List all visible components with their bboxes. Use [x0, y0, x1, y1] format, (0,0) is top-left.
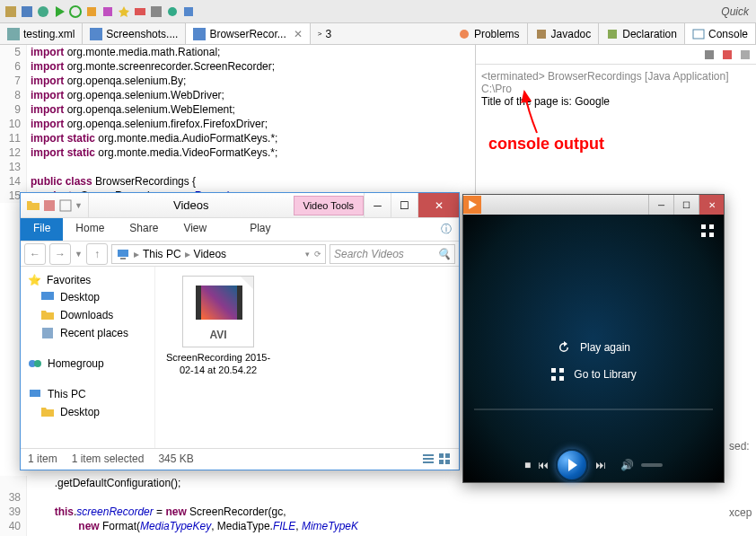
- svg-rect-42: [701, 224, 706, 229]
- toolbar-icon[interactable]: [165, 4, 180, 19]
- qat-icon[interactable]: [42, 198, 57, 213]
- avi-file-icon: AVI: [182, 276, 254, 347]
- nav-recent-dropdown[interactable]: ▼: [75, 250, 83, 259]
- go-to-library-button[interactable]: Go to Library: [550, 367, 636, 382]
- address-bar[interactable]: ▸ This PC ▸ Videos ▾ ⟳: [111, 244, 326, 264]
- toolbar-icon[interactable]: [149, 4, 163, 19]
- close-button[interactable]: ✕: [418, 193, 459, 217]
- minimize-button[interactable]: ─: [648, 195, 673, 215]
- play-button[interactable]: [556, 449, 588, 481]
- player-titlebar[interactable]: ─ ☐ ✕: [463, 195, 724, 215]
- toolbar-icon[interactable]: [117, 4, 131, 19]
- explorer-statusbar: 1 item 1 item selected 345 KB: [21, 448, 459, 468]
- pc-icon: [116, 247, 130, 261]
- ribbon-share[interactable]: Share: [117, 218, 171, 241]
- folder-icon: [40, 405, 55, 419]
- player-body: Play again Go to Library: [463, 215, 724, 448]
- search-placeholder: Search Videos: [334, 248, 404, 260]
- nav-downloads[interactable]: Downloads: [24, 306, 151, 324]
- ribbon-file[interactable]: File: [21, 218, 63, 241]
- folder-icon[interactable]: [26, 198, 40, 213]
- ribbon-home[interactable]: Home: [63, 218, 117, 241]
- toolbar-icon[interactable]: [4, 4, 18, 19]
- tab-screenshots[interactable]: Screenshots....: [83, 23, 186, 44]
- view-icons-icon[interactable]: [437, 452, 452, 466]
- console-toolbar-icon[interactable]: [702, 48, 716, 62]
- svg-rect-33: [423, 454, 434, 456]
- toolbar-icon[interactable]: [20, 4, 34, 19]
- tab-testing-xml[interactable]: testing.xml: [0, 23, 83, 44]
- svg-rect-10: [184, 7, 193, 16]
- svg-rect-28: [41, 292, 54, 300]
- progress-bar[interactable]: [474, 409, 713, 410]
- next-button[interactable]: ⏭: [595, 459, 606, 471]
- console-toolbar-icon[interactable]: [738, 48, 752, 62]
- toolbar-icon[interactable]: [101, 4, 115, 19]
- qat-icon[interactable]: [58, 198, 73, 213]
- toolbar-icon[interactable]: [84, 4, 99, 19]
- nav-up-button[interactable]: ↑: [86, 243, 108, 265]
- editor-tabs-right: Problems Javadoc Declaration Console: [451, 23, 756, 45]
- explorer-address-row: ← → ▼ ↑ ▸ This PC ▸ Videos ▾ ⟳ Search Vi…: [21, 242, 459, 267]
- tab-declaration[interactable]: Declaration: [599, 23, 685, 44]
- svg-rect-0: [5, 6, 16, 17]
- nav-desktop2[interactable]: Desktop: [24, 403, 151, 421]
- qat-dropdown[interactable]: ▼: [75, 201, 83, 210]
- stop-button[interactable]: ■: [524, 459, 531, 471]
- toolbar-icon[interactable]: [133, 4, 147, 19]
- close-icon[interactable]: ✕: [294, 28, 303, 40]
- breadcrumb[interactable]: This PC: [143, 248, 181, 260]
- play-again-button[interactable]: Play again: [557, 340, 630, 355]
- tab-console[interactable]: Console: [685, 23, 756, 44]
- svg-rect-17: [693, 30, 704, 39]
- explorer-content[interactable]: AVI ScreenRecording 2015-02-14 at 20.54.…: [155, 267, 459, 448]
- maximize-button[interactable]: ☐: [673, 195, 699, 215]
- run-icon[interactable]: [52, 4, 66, 19]
- ribbon-view[interactable]: View: [171, 218, 219, 241]
- svg-rect-32: [30, 390, 40, 397]
- breadcrumb[interactable]: Videos: [194, 248, 226, 260]
- volume-slider[interactable]: [641, 463, 663, 467]
- desktop-icon: [40, 290, 55, 304]
- minimize-button[interactable]: ─: [364, 193, 391, 217]
- tab-problems[interactable]: Problems: [451, 23, 528, 44]
- nav-thispc[interactable]: This PC: [24, 385, 151, 403]
- svg-point-31: [34, 360, 41, 367]
- prev-button[interactable]: ⏮: [538, 459, 549, 471]
- close-button[interactable]: ✕: [699, 195, 724, 215]
- file-item[interactable]: AVI ScreenRecording 2015-02-14 at 20.54.…: [164, 276, 272, 376]
- tab-javadoc[interactable]: Javadoc: [528, 23, 600, 44]
- maximize-button[interactable]: ☐: [391, 193, 418, 217]
- fullscreen-icon[interactable]: [700, 224, 715, 238]
- tab-label: testing.xml: [23, 28, 75, 40]
- toolbar-icon[interactable]: [36, 4, 50, 19]
- nav-forward-button[interactable]: →: [49, 243, 71, 265]
- ribbon-play[interactable]: Play: [237, 218, 283, 241]
- tab-browserrecor[interactable]: BrowserRecor... ✕: [186, 23, 310, 44]
- svg-rect-6: [103, 7, 112, 16]
- svg-rect-49: [559, 376, 564, 381]
- nav-favorites[interactable]: ⭐Favorites: [24, 272, 151, 288]
- console-toolbar-icon[interactable]: [720, 48, 734, 62]
- video-tools-tab[interactable]: Video Tools: [294, 196, 364, 215]
- explorer-titlebar[interactable]: ▼ Videos Video Tools ─ ☐ ✕: [21, 193, 459, 218]
- nav-back-button[interactable]: ←: [24, 243, 46, 265]
- view-details-icon[interactable]: [421, 452, 435, 466]
- search-input[interactable]: Search Videos 🔍: [330, 244, 455, 264]
- svg-rect-18: [705, 50, 714, 59]
- svg-rect-47: [559, 368, 564, 373]
- toolbar-icon[interactable]: [181, 4, 196, 19]
- tab-overflow[interactable]: > 3: [311, 23, 338, 44]
- svg-rect-46: [551, 368, 556, 373]
- nav-recent[interactable]: Recent places: [24, 324, 151, 342]
- nav-homegroup[interactable]: Homegroup: [24, 355, 151, 373]
- nav-desktop[interactable]: Desktop: [24, 288, 151, 306]
- ribbon-help-icon[interactable]: ⓘ: [434, 218, 459, 241]
- explorer-ribbon: File Home Share View Play ⓘ: [21, 218, 459, 242]
- svg-point-2: [38, 6, 48, 17]
- quick-access[interactable]: Quick: [721, 5, 752, 18]
- homegroup-icon: [28, 356, 42, 371]
- volume-icon[interactable]: 🔊: [620, 459, 634, 471]
- svg-rect-15: [537, 30, 546, 39]
- toolbar-icon[interactable]: [68, 4, 83, 19]
